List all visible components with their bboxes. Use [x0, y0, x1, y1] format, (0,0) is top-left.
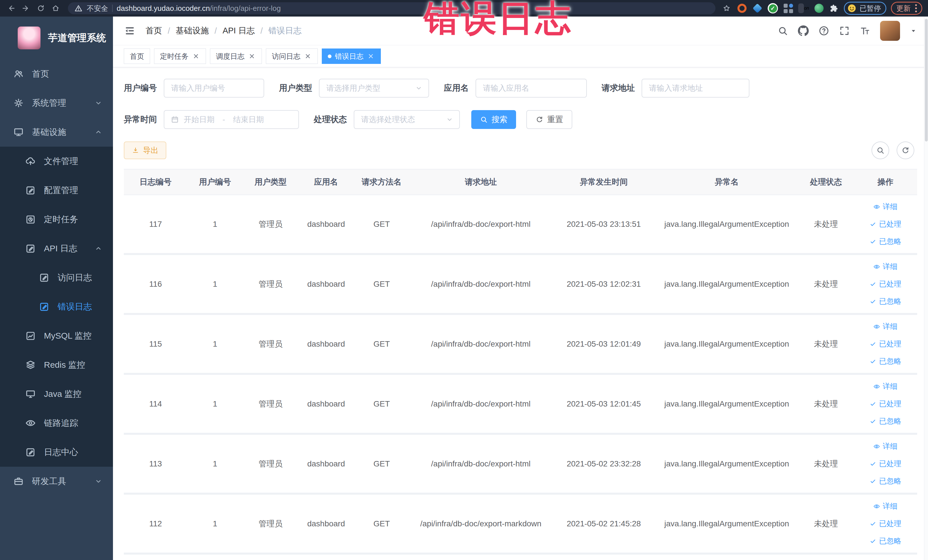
table-header-row: 日志编号用户编号用户类型应用名请求方法名请求地址异常发生时间异常名处理状态操作 [124, 169, 917, 195]
user-id-input[interactable] [164, 79, 264, 98]
extension-grid-apps-icon[interactable] [783, 3, 794, 14]
extensions-puzzle-icon[interactable] [829, 3, 839, 14]
browser-back-icon[interactable] [5, 2, 18, 15]
tab-访问日志[interactable]: 访问日志 [266, 49, 318, 64]
search-icon[interactable] [777, 25, 788, 36]
profile-chip[interactable]: 已暂停 [844, 2, 886, 15]
app-name-input[interactable] [476, 79, 587, 98]
actions-cell: 详细已处理已忽略 [853, 254, 917, 314]
user-type-select[interactable]: 请选择用户类型 [319, 79, 429, 98]
process-status-select[interactable]: 请选择处理状态 [354, 110, 460, 129]
orange-ring-icon [737, 4, 746, 13]
export-button[interactable]: 导出 [124, 142, 166, 159]
sidebar-item-Java 监控[interactable]: Java 监控 [0, 379, 113, 409]
range-end-placeholder: 结束日期 [233, 114, 264, 125]
sidebar-item-研发工具[interactable]: 研发工具 [0, 467, 113, 496]
reset-button[interactable]: 重置 [527, 110, 572, 129]
tab-close-icon[interactable] [248, 52, 256, 60]
action-详细-link[interactable]: 详细 [856, 497, 915, 515]
actions-cell: 详细已处理已忽略 [853, 314, 917, 374]
action-已处理-link[interactable]: 已处理 [856, 275, 915, 293]
action-已处理-link[interactable]: 已处理 [856, 215, 915, 233]
sidebar-item-错误日志[interactable]: 错误日志 [0, 292, 113, 321]
table-row: 1131管理员dashboardGET/api/infra/db-doc/exp… [124, 434, 917, 494]
action-已忽略-link[interactable]: 已忽略 [856, 412, 915, 430]
sidebar-item-系统管理[interactable]: 系统管理 [0, 89, 113, 117]
breadcrumb-item-基础设施[interactable]: 基础设施 [176, 25, 209, 37]
extension-on-badge-icon[interactable]: on [798, 3, 809, 14]
request-url-input[interactable] [642, 79, 749, 98]
action-已忽略-link[interactable]: 已忽略 [856, 472, 915, 490]
browser-reload-icon[interactable] [34, 2, 47, 15]
user-id-cell: 1 [187, 374, 243, 434]
exception-name-cell: java.lang.IllegalArgumentException [655, 494, 798, 554]
browser-address-bar[interactable]: 不安全 dashboard.yudao.iocoder.cn/infra/log… [68, 2, 716, 14]
browser-menu-dots-icon[interactable] [915, 4, 917, 12]
sidebar-item-API 日志[interactable]: API 日志 [0, 234, 113, 263]
action-详细-link[interactable]: 详细 [856, 378, 915, 395]
action-已处理-link[interactable]: 已处理 [856, 515, 915, 533]
refresh-table-button[interactable] [897, 142, 914, 159]
tab-close-icon[interactable] [304, 52, 312, 60]
sidebar-item-首页[interactable]: 首页 [0, 60, 113, 89]
check-icon [870, 401, 876, 407]
browser-forward-icon[interactable] [20, 2, 32, 15]
sidebar-item-文件管理[interactable]: 文件管理 [0, 146, 113, 176]
column-header-应用名: 应用名 [298, 169, 354, 195]
action-详细-link[interactable]: 详细 [856, 318, 915, 335]
fullscreen-icon[interactable] [839, 25, 850, 36]
cloud-upload-icon [25, 156, 36, 166]
sidebar-item-链路追踪[interactable]: 链路追踪 [0, 409, 113, 438]
github-icon[interactable] [798, 25, 809, 36]
app-logo[interactable]: 芋道管理系统 [0, 17, 113, 60]
action-已处理-link[interactable]: 已处理 [856, 455, 915, 472]
sidebar-item-基础设施[interactable]: 基础设施 [0, 117, 113, 146]
scrollbar-thumb[interactable] [925, 19, 928, 142]
help-icon[interactable] [818, 25, 829, 36]
breadcrumb-item-首页[interactable]: 首页 [145, 25, 162, 37]
breadcrumb-item-API 日志[interactable]: API 日志 [223, 25, 255, 37]
extension-leaf-icon[interactable] [814, 3, 824, 14]
action-已忽略-link[interactable]: 已忽略 [856, 233, 915, 250]
sidebar-item-访问日志[interactable]: 访问日志 [0, 263, 113, 292]
request-url-label: 请求地址 [601, 82, 635, 94]
tab-close-icon[interactable] [192, 52, 200, 60]
avatar-caret-down-icon[interactable] [910, 27, 917, 35]
extension-blue-diamond-icon[interactable] [752, 3, 763, 14]
bookmark-star-icon[interactable] [721, 3, 732, 14]
font-size-icon[interactable] [859, 25, 870, 36]
action-已处理-link[interactable]: 已处理 [856, 395, 915, 412]
action-已处理-link[interactable]: 已处理 [856, 335, 915, 352]
search-button[interactable]: 搜索 [471, 110, 516, 129]
sidebar-item-Redis 监控[interactable]: Redis 监控 [0, 350, 113, 379]
sidebar-item-MySQL 监控[interactable]: MySQL 监控 [0, 321, 113, 350]
user-avatar[interactable] [880, 21, 900, 41]
action-详细-link[interactable]: 详细 [856, 258, 915, 275]
action-详细-link[interactable]: 详细 [856, 198, 915, 215]
toggle-search-button[interactable] [872, 142, 889, 159]
extension-orange-ring-icon[interactable] [737, 3, 748, 14]
tab-错误日志[interactable]: 错误日志 [322, 49, 381, 64]
extension-green-check-icon[interactable]: ✓ [768, 3, 778, 14]
browser-home-icon[interactable] [49, 2, 62, 15]
tab-close-icon[interactable] [367, 52, 375, 60]
log-id-cell: 112 [124, 494, 187, 554]
page-url: dashboard.yudao.iocoder.cn/infra/log/api… [117, 4, 281, 13]
action-详细-link[interactable]: 详细 [856, 438, 915, 455]
sidebar-item-日志中心[interactable]: 日志中心 [0, 438, 113, 467]
chevron-down-icon [94, 477, 103, 485]
tab-定时任务[interactable]: 定时任务 [154, 49, 206, 64]
exception-time-range-input[interactable]: 开始日期 - 结束日期 [164, 110, 299, 129]
tab-首页[interactable]: 首页 [124, 49, 150, 64]
sidebar-item-配置管理[interactable]: 配置管理 [0, 176, 113, 205]
action-已忽略-link[interactable]: 已忽略 [856, 352, 915, 370]
column-header-用户类型: 用户类型 [243, 169, 298, 195]
browser-update-button[interactable]: 更新 [891, 2, 922, 15]
page-scrollbar[interactable] [924, 17, 928, 560]
action-已忽略-link[interactable]: 已忽略 [856, 293, 915, 310]
app-name-cell: dashboard [298, 374, 354, 434]
tab-调度日志[interactable]: 调度日志 [210, 49, 262, 64]
action-已忽略-link[interactable]: 已忽略 [856, 533, 915, 550]
sidebar-collapse-icon[interactable] [124, 25, 136, 37]
sidebar-item-定时任务[interactable]: 定时任务 [0, 205, 113, 234]
